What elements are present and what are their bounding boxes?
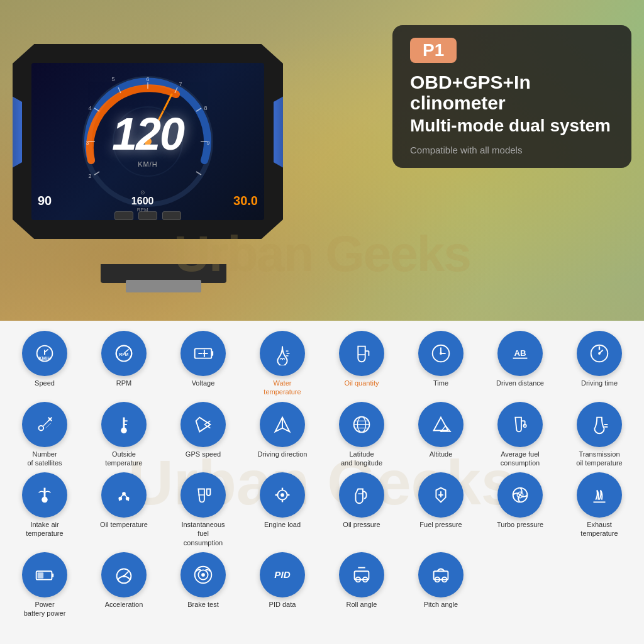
svg-text:9: 9 — [206, 140, 209, 146]
feature-label-brake-test: Brake test — [187, 600, 219, 609]
feature-label-turbo: Turbo pressure — [497, 520, 543, 529]
acceleration-icon — [101, 552, 147, 597]
svg-text:PID: PID — [274, 569, 290, 580]
feature-item-lat-lon: Latitude and longitude — [323, 402, 400, 468]
svg-text:RPM: RPM — [119, 352, 129, 357]
svg-point-46 — [39, 425, 44, 430]
feature-item-rpm: RPMRPM — [86, 331, 162, 397]
feature-item-roll-angle: Roll angle — [323, 552, 400, 618]
feature-item-oil-temp: Oil temperature — [86, 472, 162, 547]
driving-time-icon — [577, 331, 622, 376]
voltage-icon — [180, 331, 226, 376]
feature-label-acceleration: Acceleration — [105, 600, 143, 609]
feature-label-satellites: Number of satellites — [27, 450, 62, 468]
speedometer-icon: KM/H — [22, 331, 67, 376]
temp-reading: 30.0 — [233, 194, 258, 208]
feature-item-brake-test: Brake test — [165, 552, 242, 618]
feature-label-oil-qty: Oil quantity — [344, 379, 379, 387]
pitch-angle-icon — [418, 552, 464, 597]
svg-text:7: 7 — [179, 81, 182, 87]
svg-text:KM/H: KM/H — [38, 355, 50, 361]
feature-item-altitude: Altitude — [402, 402, 479, 468]
device-buttons — [114, 211, 181, 220]
satellites-icon — [22, 402, 67, 447]
outside-temp-icon — [101, 402, 147, 447]
feature-label-intake-air: Intake air temperature — [26, 520, 63, 538]
speed-bottom-reading: 90 — [38, 194, 52, 208]
svg-text:AB: AB — [514, 348, 526, 358]
roll-angle-icon — [339, 552, 384, 597]
feature-label-avg-fuel: Average fuel consumption — [501, 450, 540, 468]
feature-label-power-battery: Power battery power — [24, 600, 66, 618]
feature-label-speed: Speed — [35, 379, 55, 387]
brake-test-icon — [180, 552, 226, 597]
svg-text:3: 3 — [86, 140, 89, 146]
device-btn-1[interactable] — [114, 211, 133, 220]
feature-label-gps-speed: GPS speed — [186, 450, 221, 458]
svg-rect-88 — [52, 574, 53, 577]
svg-point-39 — [440, 352, 442, 355]
feature-item-turbo: Turbo pressure — [482, 472, 558, 547]
feature-item-exhaust-temp: Exhaust temperature — [561, 472, 638, 547]
feature-label-altitude: Altitude — [430, 450, 453, 458]
svg-text:6: 6 — [146, 76, 149, 82]
avg-fuel-icon — [497, 402, 543, 447]
feature-item-fuel-pressure: Fuel pressure — [402, 472, 479, 547]
driven-dist-icon: AB — [497, 331, 543, 376]
svg-rect-26 — [211, 351, 213, 356]
svg-point-92 — [123, 575, 125, 577]
feature-item-intake-air: Intake air temperature — [6, 472, 83, 547]
feature-item-gps-speed: GPS speed — [165, 402, 242, 468]
feature-label-rpm: RPM — [116, 379, 131, 387]
device-side-right — [274, 94, 292, 170]
svg-text:2: 2 — [88, 173, 91, 179]
speed-bottom-value: 90 — [38, 194, 52, 208]
features-grid: KM/HSpeedRPMRPMVoltageWater temperatureO… — [6, 331, 638, 618]
product-title-main: OBD+GPS+In clinometer — [410, 72, 614, 113]
feature-item-acceleration: Acceleration — [86, 552, 162, 618]
svg-text:5: 5 — [111, 76, 114, 82]
feature-item-oil-pressure: Oil pressure — [323, 472, 400, 547]
feature-label-time: Time — [433, 379, 448, 387]
pid-data-icon: PID — [260, 552, 305, 597]
exhaust-temp-icon — [577, 472, 622, 518]
water-temp-icon — [260, 331, 305, 376]
device-btn-2[interactable] — [138, 211, 157, 220]
feature-item-driving-time: Driving time — [561, 331, 638, 397]
device-btn-3[interactable] — [162, 211, 181, 220]
gps-speed-icon — [180, 402, 226, 447]
svg-point-45 — [598, 352, 601, 355]
device-body: 6 7 8 9 5 4 3 2 120 KM/H — [13, 44, 283, 239]
feature-item-driven-dist: ABDriven distance — [482, 331, 558, 397]
feature-item-engine-load: Engine load — [244, 472, 321, 547]
feature-item-driving-dir: Driving direction — [244, 402, 321, 468]
svg-rect-89 — [38, 572, 44, 579]
temp-value: 30.0 — [233, 194, 258, 208]
feature-item-pid-data: PIDPID data — [244, 552, 321, 618]
feature-item-speed: KM/HSpeed — [6, 331, 83, 397]
feature-item-time: Time — [402, 331, 479, 397]
bottom-readings: 90 ⊙ 1600 RPM 30.0 — [38, 189, 258, 213]
oil-pressure-icon — [339, 472, 384, 518]
feature-item-avg-fuel: Average fuel consumption — [482, 402, 558, 468]
feature-item-voltage: Voltage — [165, 331, 242, 397]
engine-load-icon — [260, 472, 305, 518]
lat-lon-icon — [339, 402, 384, 447]
feature-label-pid-data: PID data — [269, 600, 296, 609]
product-title-sub: Multi-mode dual system — [410, 116, 614, 136]
instant-fuel-icon — [180, 472, 226, 518]
feature-label-engine-load: Engine load — [264, 520, 301, 529]
feature-label-driving-dir: Driving direction — [258, 450, 308, 458]
trans-oil-temp-icon — [577, 402, 622, 447]
hero-section: 6 7 8 9 5 4 3 2 120 KM/H — [0, 0, 644, 321]
feature-label-outside-temp: Outside temperature — [105, 450, 142, 468]
speed-display: 120 — [112, 108, 184, 160]
svg-text:8: 8 — [204, 105, 207, 111]
rpm-reading: ⊙ 1600 RPM — [131, 189, 154, 213]
product-card: P1 OBD+GPS+In clinometer Multi-mode dual… — [392, 25, 631, 168]
features-section: Urban Geeks KM/HSpeedRPMRPMVoltageWater … — [0, 321, 644, 644]
power-battery-icon — [22, 552, 67, 597]
oil-temp-icon — [101, 472, 147, 518]
svg-marker-62 — [434, 417, 448, 430]
svg-point-95 — [201, 573, 205, 577]
